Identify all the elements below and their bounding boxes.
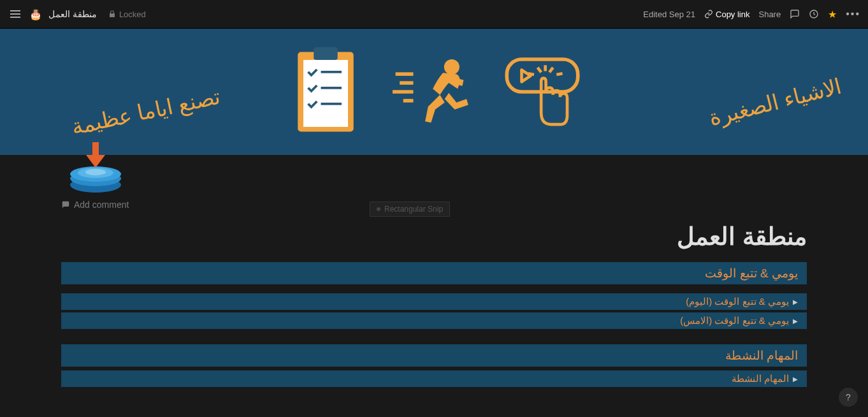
copy-link-button[interactable]: Copy link	[704, 10, 749, 19]
menu-icon[interactable]	[8, 8, 23, 20]
edited-label: Edited Sep 21	[643, 10, 695, 19]
toggle-row-0-0[interactable]: ▶ يومي & تتبع الوقت (اليوم)	[61, 293, 807, 310]
svg-line-16	[556, 73, 562, 75]
toggle-row-0-1[interactable]: ▶ يومي & تتبع الوقت (الامس)	[61, 312, 807, 329]
clipboard-icon	[284, 44, 367, 140]
share-button[interactable]: Share	[758, 10, 781, 19]
chevron-right-icon: ▶	[793, 318, 798, 325]
svg-rect-2	[303, 60, 348, 127]
cover-image: تصنع اياما عظيمة الاشياء الصغيرة	[0, 29, 868, 155]
toggle-row-1-0[interactable]: ▶ المهام النشطة	[61, 370, 807, 387]
link-icon	[704, 10, 713, 18]
page-title[interactable]: منطقة العمل	[61, 223, 807, 251]
topbar-right: Edited Sep 21 Copy link Share ★ •••	[643, 8, 860, 20]
comment-icon	[61, 200, 70, 209]
chevron-right-icon: ▶	[793, 376, 798, 383]
click-icon	[501, 44, 584, 140]
history-icon[interactable]	[809, 9, 819, 19]
snip-overlay: Rectangular Snip	[370, 201, 450, 217]
svg-line-14	[538, 68, 542, 72]
locked-label: Locked	[119, 10, 146, 19]
svg-point-22	[85, 169, 106, 175]
page-icon-small: 🎂	[29, 8, 42, 20]
runner-icon	[393, 44, 475, 140]
page-icon-large[interactable]	[64, 133, 127, 196]
page-content: Add comment منطقة العمل يومي & تتبع الوق…	[0, 155, 868, 402]
cover-text-right: الاشياء الصغيرة	[706, 73, 844, 131]
lock-icon	[108, 10, 116, 18]
section-header-1[interactable]: المهام النشطة	[61, 344, 807, 367]
section-header-0[interactable]: يومي & تتبع الوقت	[61, 262, 807, 284]
svg-line-15	[549, 68, 553, 72]
breadcrumb-page-name[interactable]: منطقة العمل	[48, 9, 97, 19]
svg-rect-3	[314, 47, 338, 60]
more-icon[interactable]: •••	[846, 8, 860, 20]
topbar: 🎂 منطقة العمل Locked Edited Sep 21 Copy …	[0, 0, 868, 29]
cover-text-left: تصنع اياما عظيمة	[69, 84, 222, 140]
lock-indicator: Locked	[108, 10, 146, 19]
chevron-right-icon: ▶	[793, 298, 798, 305]
comments-icon[interactable]	[790, 9, 800, 19]
help-button[interactable]: ?	[839, 388, 858, 407]
star-icon[interactable]: ★	[828, 8, 837, 20]
svg-point-11	[444, 59, 459, 75]
svg-line-17	[528, 73, 534, 75]
